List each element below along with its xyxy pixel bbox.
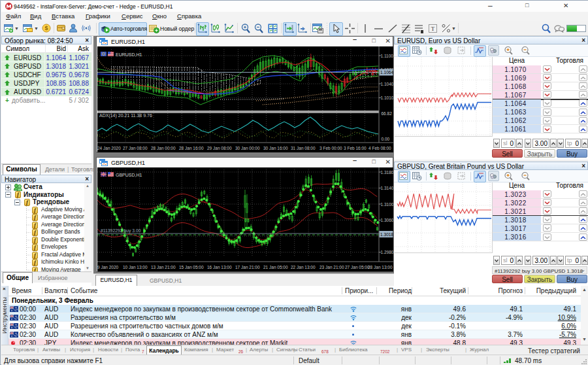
svg-text:29 Jan 08:00: 29 Jan 08:00: [207, 146, 232, 150]
svg-text:GBPUSD,H1: GBPUSD,H1: [116, 173, 142, 177]
svg-text:1.1040: 1.1040: [381, 82, 394, 86]
svg-text:22 Jan 13:00: 22 Jan 13:00: [291, 265, 316, 269]
svg-text:1.3018: 1.3018: [380, 232, 393, 237]
svg-text:EURUSD,H1: EURUSD,H1: [116, 52, 142, 57]
svg-text:17 Jan 21:00: 17 Jan 21:00: [235, 265, 260, 269]
svg-text:27 Jan 08:00: 27 Jan 08:00: [123, 146, 148, 150]
svg-text:16 Jan 13:00: 16 Jan 13:00: [207, 265, 232, 269]
svg-text:15 Jan 05:00: 15 Jan 05:00: [179, 265, 204, 269]
svg-text:1.1010: 1.1010: [381, 96, 394, 100]
svg-text:ADX(14) 20.21 11.38 9.76: ADX(14) 20.21 11.38 9.76: [99, 113, 152, 118]
svg-text:23 Jan 21:00: 23 Jan 21:00: [319, 265, 344, 269]
svg-text:1.1064: 1.1064: [380, 70, 393, 75]
svg-text:4 Feb 08:00: 4 Feb 08:00: [368, 146, 391, 150]
svg-text:1.3180: 1.3180: [381, 170, 394, 175]
svg-text:31 Jan 08:00: 31 Jan 08:00: [291, 146, 316, 150]
svg-text:0.00: 0.00: [382, 137, 390, 141]
svg-text:28 Jan 00:00: 28 Jan 00:00: [151, 146, 176, 150]
svg-text:28 Jan 13:00: 28 Jan 13:00: [368, 265, 393, 269]
svg-text:24 Jan 2020: 24 Jan 2020: [97, 146, 121, 150]
svg-text:27 Jan 05:00: 27 Jan 05:00: [345, 265, 370, 269]
svg-text:T: T: [431, 26, 435, 32]
svg-text:13 Jan 21:00: 13 Jan 21:00: [151, 265, 176, 269]
svg-text:1.1100: 1.1100: [381, 54, 394, 58]
svg-text:1.2980: 1.2980: [381, 250, 394, 254]
svg-text:3 Feb 16:00: 3 Feb 16:00: [344, 146, 367, 150]
svg-text:#11392292 buy 3.00: #11392292 buy 3.00: [101, 228, 141, 234]
svg-text:66.82: 66.82: [382, 111, 393, 116]
svg-text:21 Jan 05:00: 21 Jan 05:00: [263, 265, 288, 269]
svg-text:3 Feb 00:00: 3 Feb 00:00: [319, 146, 342, 150]
svg-text:30 Jan 16:00: 30 Jan 16:00: [263, 146, 288, 150]
svg-text:1.3060: 1.3060: [381, 218, 394, 222]
svg-text:9 Jan 2020: 9 Jan 2020: [97, 265, 119, 269]
svg-text:1.3140: 1.3140: [381, 186, 394, 190]
svg-text:30 Jan 00:00: 30 Jan 00:00: [235, 146, 260, 150]
svg-text:1.3100: 1.3100: [381, 202, 394, 207]
svg-text:$: $: [44, 25, 48, 31]
svg-text:10 Jan 13:00: 10 Jan 13:00: [123, 265, 148, 269]
svg-text:28 Jan 16:00: 28 Jan 16:00: [179, 146, 204, 150]
